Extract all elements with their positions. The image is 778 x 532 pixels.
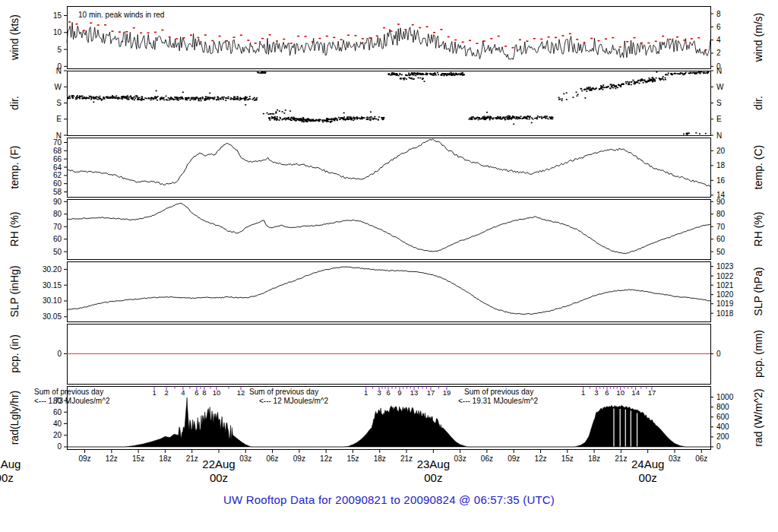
wind-dir-point <box>89 96 90 97</box>
temp-series <box>67 139 710 187</box>
peak-wind-marker <box>312 41 314 43</box>
x-tick-label: 21z <box>615 454 627 463</box>
wind-dir-point <box>374 116 375 118</box>
wind-axis-label-right: wind (m/s) <box>752 13 764 63</box>
peak-wind-marker <box>161 30 163 31</box>
mj-cumulative-tick-label: 17 <box>427 388 435 397</box>
wind-dir-point <box>297 118 299 119</box>
wind-dir-point <box>333 119 334 120</box>
x-tick-label: 03z <box>454 454 466 463</box>
x-tick-label: 15z <box>346 454 359 463</box>
peak-wind-marker <box>269 34 271 36</box>
x-tick-label: 06z <box>695 454 707 463</box>
peak-wind-marker <box>197 37 199 39</box>
peak-wind-marker <box>391 30 393 32</box>
x-date-label: 24Aug <box>631 458 664 470</box>
wind-dir-point <box>520 118 521 119</box>
wind-dir-point <box>372 118 374 119</box>
wind-dir-point <box>378 119 379 120</box>
wind-dir-point <box>356 117 357 119</box>
wind-dir-point <box>516 116 517 118</box>
panel-rh-frame <box>67 199 710 259</box>
wind-dir-point <box>623 84 625 85</box>
wind-dir-point <box>602 86 603 87</box>
wind-dir-point <box>279 110 280 112</box>
rh-ytick-left-label: 60 <box>53 235 62 243</box>
wind-dir-point <box>116 97 118 99</box>
wind-ytick-right-label: 4 <box>716 36 721 44</box>
wind-dir-point <box>327 120 328 122</box>
wind-dir-point <box>607 87 609 88</box>
peak-wind-marker <box>183 37 185 39</box>
panel-dir-frame <box>67 71 710 135</box>
peak-wind-marker <box>125 31 128 33</box>
wind-dir-point <box>181 98 182 100</box>
wind-dir-point <box>399 73 400 74</box>
wind-dir-point <box>228 98 229 100</box>
slp-ytick-right-label: 1021 <box>716 281 734 290</box>
peak-wind-marker <box>662 36 664 37</box>
sum-previous-day-label: Sum of previous day <box>34 388 103 396</box>
wind-dir-point <box>217 97 219 99</box>
peak-wind-marker <box>154 32 157 33</box>
wind-dir-point <box>615 88 616 90</box>
mj-cumulative-tick-label: 19 <box>443 388 451 397</box>
wind-dir-point <box>448 74 450 76</box>
wind-dir-point <box>213 99 214 100</box>
wind-dir-point <box>366 117 368 119</box>
slp-ytick-right-label: 1019 <box>716 299 734 308</box>
wind-dir-point <box>576 92 577 93</box>
peak-wind-marker <box>226 40 228 42</box>
wind-dir-point <box>328 119 330 120</box>
wind-dir-point <box>114 97 115 98</box>
wind-dir-point <box>496 118 498 119</box>
rh-ytick-left-label: 90 <box>53 198 62 206</box>
wind-dir-point <box>350 119 352 120</box>
wind-dir-point <box>272 113 274 115</box>
wind-dir-point <box>276 119 277 121</box>
wind-dir-point <box>539 116 540 118</box>
wind-dir-point <box>217 98 219 100</box>
wind-dir-point <box>367 119 368 120</box>
wind-dir-point <box>431 73 432 74</box>
wind-dir-point <box>208 99 210 100</box>
wind-dir-point <box>566 92 568 93</box>
wind-dir-point <box>185 99 187 100</box>
temp-ytick-left-label: 68 <box>53 147 62 155</box>
wind-dir-point <box>663 79 664 81</box>
rad-ytick-right-label: 1000 <box>716 393 734 401</box>
x-tick-label: 06z <box>267 454 279 463</box>
wind-dir-point <box>343 116 345 118</box>
wind-dir-point <box>427 73 429 74</box>
wind-dir-point <box>419 78 421 79</box>
panel-slp-frame <box>67 261 710 321</box>
peak-wind-marker <box>448 36 450 38</box>
dir-ytick-right-label: N <box>716 131 722 140</box>
wind-dir-point <box>563 93 565 95</box>
wind-dir-point <box>462 72 463 74</box>
peak-wind-marker <box>147 33 150 34</box>
wind-dir-point <box>99 96 100 97</box>
wind-dir-point <box>263 113 264 115</box>
peak-wind-marker <box>240 34 242 36</box>
wind-dir-point <box>474 118 476 119</box>
wind-dir-point <box>413 73 415 74</box>
peak-wind-marker <box>669 39 672 40</box>
wind-dir-point <box>511 117 512 119</box>
wind-dir-point <box>202 98 204 100</box>
wind-dir-point <box>360 118 362 119</box>
wind-dir-point <box>640 81 641 82</box>
wind-dir-point <box>225 100 226 101</box>
wind-dir-point <box>649 80 650 81</box>
wind-dir-point <box>413 74 415 76</box>
peak-wind-marker <box>97 24 100 26</box>
wind-dir-point <box>144 99 145 100</box>
wind-dir-point <box>161 98 163 100</box>
wind-dir-point <box>242 98 243 100</box>
rh-ytick-right-label: 50 <box>716 248 726 256</box>
wind-dir-point <box>400 74 401 75</box>
wind-dir-point <box>101 99 103 100</box>
temp-ytick-left-label: 64 <box>53 163 62 172</box>
wind-dir-point <box>212 97 213 99</box>
wind-dir-outlier <box>209 93 210 94</box>
